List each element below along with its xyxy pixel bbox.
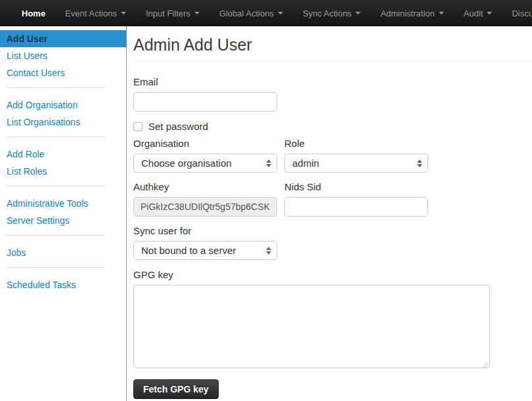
- sidebar-item-list-roles[interactable]: List Roles: [0, 163, 126, 180]
- nav-item-discussions[interactable]: Discussions: [502, 0, 532, 26]
- nav-item-label: Global Actions: [219, 9, 274, 18]
- main-content: Admin Add User Email Set password Organi…: [127, 26, 532, 401]
- chevron-down-icon: [121, 12, 126, 14]
- chevron-down-icon: [487, 12, 492, 14]
- sidebar-item-add-role[interactable]: Add Role: [0, 146, 126, 163]
- select-arrows-icon: [266, 159, 271, 167]
- nav-item-label: Sync Actions: [303, 9, 351, 18]
- nids-sid-field[interactable]: [284, 197, 428, 217]
- nav-item-label: Discussions: [512, 9, 532, 18]
- nav-item-label: Audit: [464, 9, 483, 18]
- email-label: Email: [133, 76, 532, 87]
- nav-item-global-actions[interactable]: Global Actions: [210, 0, 293, 26]
- nav-item-label: Administration: [380, 9, 434, 18]
- nav-item-event-actions[interactable]: Event Actions: [55, 0, 136, 26]
- nav-item-label: Home: [22, 9, 45, 18]
- authkey-field: [133, 197, 277, 217]
- authkey-label: Authkey: [133, 181, 277, 192]
- select-arrows-icon: [266, 247, 271, 255]
- navbar-menu: Home Event Actions Input Filters Global …: [0, 0, 532, 26]
- nav-item-label: Input Filters: [146, 9, 190, 18]
- sidebar: Add User List Users Contact Users Add Or…: [0, 26, 127, 401]
- role-select[interactable]: admin: [284, 154, 428, 173]
- sync-user-for-select[interactable]: Not bound to a server: [133, 241, 277, 260]
- sidebar-divider: [7, 87, 105, 88]
- chevron-down-icon: [194, 12, 200, 14]
- organisation-label: Organisation: [133, 138, 277, 149]
- sidebar-item-server-settings[interactable]: Server Settings: [0, 212, 126, 229]
- sidebar-divider: [7, 186, 105, 186]
- sidebar-divider: [7, 137, 105, 137]
- title-rule: [133, 60, 532, 61]
- sidebar-item-contact-users[interactable]: Contact Users: [0, 64, 126, 81]
- chevron-down-icon: [439, 12, 444, 14]
- email-field[interactable]: [133, 92, 277, 112]
- fetch-gpg-key-button[interactable]: Fetch GPG key: [133, 379, 219, 399]
- role-label: Role: [284, 138, 428, 149]
- sidebar-item-administrative-tools[interactable]: Administrative Tools: [0, 195, 126, 212]
- select-arrows-icon: [417, 159, 422, 167]
- nav-item-input-filters[interactable]: Input Filters: [136, 0, 210, 26]
- nids-sid-label: Nids Sid: [284, 181, 428, 192]
- nav-item-audit[interactable]: Audit: [454, 0, 502, 26]
- sidebar-divider: [7, 235, 105, 236]
- sync-user-for-label: Sync user for: [133, 225, 532, 236]
- nav-item-sync-actions[interactable]: Sync Actions: [293, 0, 370, 26]
- gpg-key-label: GPG key: [133, 269, 532, 280]
- organisation-select-value: Choose organisation: [141, 158, 266, 169]
- sidebar-item-add-user[interactable]: Add User: [0, 30, 126, 47]
- nav-item-administration[interactable]: Administration: [370, 0, 453, 26]
- nav-item-label: Event Actions: [65, 9, 117, 18]
- chevron-down-icon: [355, 12, 361, 14]
- sidebar-menu: Add User List Users Contact Users Add Or…: [0, 30, 126, 293]
- nav-item-home[interactable]: Home: [12, 0, 55, 26]
- sync-user-for-select-value: Not bound to a server: [141, 245, 266, 256]
- sidebar-divider: [7, 267, 105, 268]
- role-select-value: admin: [292, 158, 417, 169]
- organisation-select[interactable]: Choose organisation: [133, 154, 277, 173]
- sidebar-item-list-users[interactable]: List Users: [0, 47, 126, 64]
- sidebar-item-scheduled-tasks[interactable]: Scheduled Tasks: [0, 276, 126, 293]
- page-title: Admin Add User: [133, 35, 532, 54]
- gpg-key-textarea[interactable]: [133, 285, 490, 368]
- top-navbar: Home Event Actions Input Filters Global …: [0, 0, 532, 26]
- sidebar-item-list-organisations[interactable]: List Organisations: [0, 114, 126, 131]
- chevron-down-icon: [278, 12, 283, 14]
- sidebar-item-jobs[interactable]: Jobs: [0, 244, 126, 261]
- sidebar-item-add-organisation[interactable]: Add Organisation: [0, 96, 126, 114]
- set-password-label[interactable]: Set password: [148, 121, 208, 132]
- set-password-checkbox[interactable]: [133, 122, 143, 131]
